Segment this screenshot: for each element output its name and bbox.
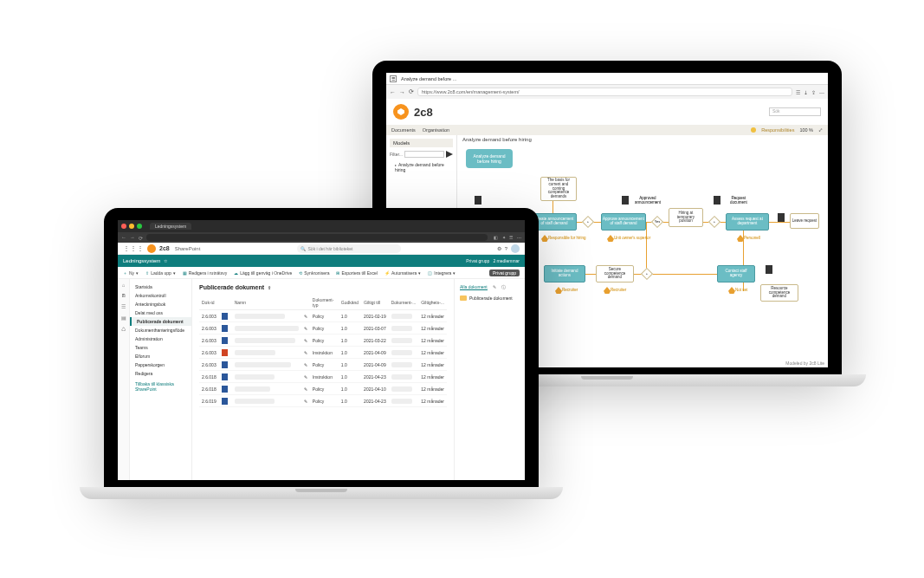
nav-item[interactable]: Anteckningsbok (130, 300, 191, 308)
read-icon[interactable]: ☰ (796, 89, 800, 95)
view-info-icon[interactable]: ⓘ (501, 284, 506, 290)
more-icon[interactable]: ⋯ (819, 89, 824, 95)
url-field[interactable]: https://www.2c8.com/en/management-system… (417, 88, 792, 96)
gateway-3[interactable]: + (708, 216, 720, 228)
forward-icon[interactable]: → (399, 89, 405, 95)
col-header[interactable] (301, 295, 310, 310)
cmd-automate[interactable]: ⚡Automatisera ▾ (384, 270, 421, 276)
view-edit-icon[interactable]: ✎ (493, 284, 496, 290)
col-header[interactable]: Namn (232, 295, 301, 310)
expand-icon[interactable]: ⤢ (818, 127, 823, 133)
col-header[interactable]: Giltighets-... (418, 295, 447, 310)
zoom-level[interactable]: 100 % (799, 127, 813, 133)
nav-item[interactable]: Startsida (130, 283, 191, 291)
rail-docs-icon[interactable]: 🗎 (121, 293, 126, 298)
rail-pages-icon[interactable]: ▤ (121, 315, 126, 321)
gateway-2[interactable]: Yes (651, 216, 663, 228)
folder-item[interactable]: Publicerade dokument (460, 295, 520, 301)
search-input[interactable]: 🔍 Sök i det här biblioteket (297, 244, 401, 253)
models-header[interactable]: Models (390, 139, 453, 147)
node-leave[interactable]: Leave request (790, 213, 819, 229)
nav-item[interactable]: Dokumenthanteringsflöde (130, 326, 191, 334)
cmd-sync[interactable]: ⟲Synkronisera (299, 270, 329, 276)
search-input[interactable]: Sök (769, 107, 821, 116)
avatar[interactable] (511, 244, 520, 253)
help-icon[interactable]: ? (505, 246, 507, 251)
back-icon[interactable]: ← (390, 89, 396, 95)
doc-icon[interactable] (475, 196, 481, 205)
refresh-icon[interactable]: ⟳ (139, 235, 143, 241)
cmd-upload[interactable]: ⇧Ladda upp ▾ (145, 270, 176, 276)
forward-icon[interactable]: → (130, 235, 135, 240)
site-name[interactable]: Ledningssystem (123, 258, 160, 263)
node-temp-hiring[interactable]: Hiring at temporary position (669, 208, 703, 227)
node-secure[interactable]: Secure competence demand (596, 265, 634, 283)
rail-recycle-icon[interactable]: ♺ (121, 326, 126, 332)
col-header[interactable]: Godkänd (339, 295, 361, 310)
tab-responsibilities[interactable]: Responsibilities (761, 127, 794, 133)
table-row[interactable]: 2.6.018 ✎Instruktion1.02021-04-23 12 mån… (199, 371, 447, 383)
node-pre-basis[interactable]: The basis for current and coming compete… (540, 177, 577, 201)
table-row[interactable]: 2.6.003 ✎Instruktion1.02021-04-09 12 mån… (199, 347, 447, 359)
rail-home-icon[interactable]: ⌂ (122, 283, 126, 288)
cmd-integrate[interactable]: ◫Integrera ▾ (428, 270, 456, 276)
node-resource[interactable]: Resource competence demand (760, 284, 798, 302)
nav-item[interactable]: Delat med oss (130, 308, 191, 317)
gateway-4[interactable]: + (641, 268, 653, 280)
app-launcher-icon[interactable]: ⋮⋮⋮ (123, 244, 144, 252)
share-icon[interactable]: ⇪ (811, 89, 816, 95)
table-row[interactable]: 2.6.003 ✎Policy1.02021-03-07 12 månader (199, 322, 447, 334)
ext-icon[interactable]: ☰ (509, 235, 513, 240)
filter-input[interactable] (404, 151, 444, 158)
refresh-icon[interactable]: ⟳ (409, 88, 414, 95)
nav-item[interactable]: Publicerade dokument (130, 317, 191, 326)
nav-item[interactable]: Teams (130, 343, 191, 352)
node-initiate[interactable]: Initiate demand actions (544, 265, 585, 283)
node-assess[interactable]: Assess request at department (726, 213, 769, 231)
doc-approved-icon[interactable] (622, 196, 629, 205)
node-contact-agency[interactable]: Contact staff agency (717, 265, 755, 283)
tab-documents[interactable]: Documents (391, 127, 416, 133)
back-icon[interactable]: ← (121, 235, 126, 240)
doc-request-icon[interactable] (714, 196, 720, 205)
col-header[interactable]: Dokument-... (389, 295, 419, 310)
col-header[interactable]: Giltigt till (361, 295, 389, 310)
col-header[interactable] (219, 295, 232, 310)
start-node[interactable]: Analyze demand before hiring (466, 149, 513, 168)
cmd-new[interactable]: ＋Ny ▾ (123, 270, 139, 276)
table-row[interactable]: 2.6.003 ✎Policy1.02021-03-22 12 månader (199, 334, 447, 347)
table-row[interactable]: 2.6.019 ✎Policy1.02021-04-23 12 månader (199, 395, 447, 407)
nav-item[interactable]: Redigera (130, 369, 191, 378)
col-header[interactable]: Dokument-typ (310, 295, 339, 310)
follow-icon[interactable]: ☆ (164, 258, 167, 263)
table-row[interactable]: 2.6.003 ✎Policy1.02021-04-09 12 månader (199, 359, 447, 371)
table-row[interactable]: 2.6.003 ✎Policy1.02021-02-19 12 månader (199, 310, 447, 322)
breadcrumb[interactable]: Analyze demand before hiring (462, 137, 532, 142)
cmd-onedrive[interactable]: ☁Lägg till genväg i OneDrive (234, 270, 292, 276)
nav-item[interactable]: Papperskorgen (130, 360, 191, 369)
browser-tab[interactable]: Ledningssystem (150, 223, 191, 230)
members[interactable]: 2 medlemmar (493, 258, 520, 263)
window-close-icon[interactable] (121, 224, 126, 229)
node-approve[interactable]: Approve announcement of staff demand (601, 213, 646, 231)
gateway-1[interactable]: + (582, 216, 594, 228)
nav-item[interactable]: Ankomstkontroll (130, 291, 191, 300)
doc-leave-icon[interactable] (778, 213, 785, 222)
filter-run-icon[interactable] (446, 151, 453, 158)
ext-icon[interactable]: ✦ (502, 235, 506, 240)
url-field[interactable] (146, 234, 488, 241)
settings-icon[interactable]: ⚙ (497, 245, 501, 251)
nav-classic-link[interactable]: Tillbaka till klassiska SharePoint (130, 378, 191, 395)
table-row[interactable]: 2.6.018 ✎Policy1.02021-04-10 12 månader (199, 383, 447, 395)
window-min-icon[interactable] (129, 224, 134, 229)
cmd-grid[interactable]: ▦Redigera i rutnätsvy (183, 270, 227, 276)
window-max-icon[interactable] (137, 224, 142, 229)
rail-list-icon[interactable]: ☰ (121, 303, 126, 309)
more-icon[interactable]: ⋯ (517, 235, 521, 240)
ext-icon[interactable]: ◧ (494, 235, 498, 240)
share-icon[interactable]: ⇪ (268, 285, 271, 290)
cmd-export[interactable]: ⊞Exportera till Excel (336, 270, 377, 276)
view-all-docs[interactable]: Alla dokument (460, 284, 488, 290)
tree-item[interactable]: Analyze demand before hiring (390, 161, 453, 173)
window-menu-icon[interactable]: ☰ (390, 75, 397, 82)
